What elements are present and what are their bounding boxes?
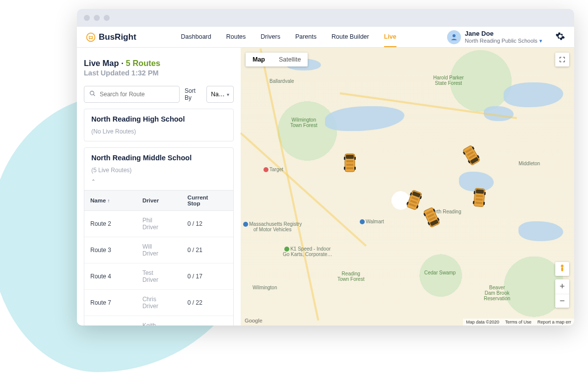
school-meta: (No Live Routes) [91, 128, 136, 135]
svg-rect-49 [473, 201, 475, 204]
nav-item-route-builder[interactable]: Route Builder [331, 27, 369, 47]
bus-logo-icon [86, 32, 96, 42]
bus-marker[interactable] [407, 189, 422, 209]
chevron-down-icon: ▾ [227, 92, 229, 97]
map[interactable]: Map Satellite + − Google Map data ©2020 … [241, 48, 574, 326]
col-current-stop[interactable]: Current Stop [182, 191, 233, 211]
nav-item-live[interactable]: Live [384, 27, 396, 47]
route-current-stop: 0 / 22 [182, 290, 233, 316]
school-meta: (5 Live Routes) [91, 167, 131, 174]
svg-rect-14 [354, 167, 356, 170]
svg-rect-47 [474, 191, 476, 194]
svg-line-3 [93, 94, 95, 96]
map-type-switch: Map Satellite [246, 53, 308, 66]
route-driver: Keith Driver [136, 316, 182, 326]
school-name: North Reading High School [91, 115, 185, 123]
school-toggle[interactable]: North Reading High School(No Live Routes… [84, 109, 233, 141]
map-place-label: Wilmington [253, 285, 277, 290]
map-place-label: Ballardvale [269, 78, 294, 84]
map-place-label: Walmart [360, 219, 384, 224]
nav-item-dashboard[interactable]: Dashboard [181, 27, 211, 47]
routes-table: Name ↑DriverCurrent StopRoute 2Phil Driv… [84, 190, 233, 326]
svg-point-1 [453, 34, 456, 37]
map-place-label: Cedar Swamp [424, 270, 456, 275]
svg-rect-12 [354, 157, 356, 160]
topbar: BusRight DashboardRoutesDriversParentsRo… [77, 27, 574, 48]
svg-rect-48 [484, 192, 486, 195]
route-current-stop: 0 / 17 [182, 263, 233, 290]
table-row[interactable]: Route 3Will Driver0 / 21 [84, 237, 233, 263]
sort-select[interactable]: Na… ▾ [206, 86, 234, 103]
table-row[interactable]: Route 2Phil Driver0 / 12 [84, 211, 233, 237]
zoom-out-button[interactable]: − [555, 294, 569, 308]
col-driver[interactable]: Driver [136, 191, 182, 211]
map-place-label: WilmingtonTown Forest [290, 117, 317, 128]
route-driver: Phil Driver [136, 211, 182, 237]
sort-by-label: Sort By [185, 87, 201, 101]
nav-item-parents[interactable]: Parents [295, 27, 317, 47]
school-toggle[interactable]: North Reading Middle School(5 Live Route… [84, 148, 233, 190]
fullscreen-button[interactable] [555, 53, 569, 66]
route-current-stop: 0 / 14 [182, 316, 233, 326]
window-dot [84, 15, 90, 21]
last-updated: Last Updated 1:32 PM [84, 69, 234, 77]
brand-logo[interactable]: BusRight [86, 32, 136, 42]
window-titlebar [77, 9, 574, 27]
school-name: North Reading Middle School [91, 154, 192, 162]
streetview-pegman[interactable] [555, 262, 569, 276]
brand-name: BusRight [99, 32, 136, 42]
bus-marker[interactable] [464, 144, 479, 164]
svg-rect-7 [346, 155, 354, 159]
table-row[interactable]: Route 9Keith Driver0 / 14 [84, 316, 233, 326]
route-name: Route 3 [84, 237, 136, 263]
route-name: Route 2 [84, 211, 136, 237]
map-type-satellite[interactable]: Satellite [272, 53, 308, 66]
bus-marker[interactable] [472, 187, 487, 206]
chevron-down-icon: ▾ [539, 38, 542, 44]
map-place-label: Harold ParkerState Forest [433, 75, 464, 86]
sort-asc-icon: ↑ [108, 198, 110, 203]
table-row[interactable]: Route 7Chris Driver0 / 22 [84, 290, 233, 316]
route-driver: Test Driver [136, 263, 182, 290]
avatar [447, 30, 461, 44]
map-data-label: Map data ©2020 [466, 320, 499, 325]
sidebar: Live Map · 5 Routes Last Updated 1:32 PM… [77, 48, 241, 326]
settings-button[interactable] [555, 31, 565, 43]
livemap-heading: Live Map · 5 Routes [84, 59, 234, 68]
bus-marker[interactable] [424, 206, 439, 226]
nav-item-routes[interactable]: Routes [226, 27, 246, 47]
zoom-in-button[interactable]: + [555, 279, 569, 293]
svg-point-0 [87, 33, 95, 41]
nav-item-drivers[interactable]: Drivers [261, 27, 280, 47]
window-dot [104, 15, 110, 21]
svg-rect-43 [476, 189, 484, 194]
app-window: BusRight DashboardRoutesDriversParentsRo… [77, 9, 574, 326]
main-nav: DashboardRoutesDriversParentsRoute Build… [181, 27, 396, 47]
user-org[interactable]: North Reading Public Schools ▾ [465, 38, 542, 44]
route-driver: Will Driver [136, 237, 182, 263]
route-name: Route 9 [84, 316, 136, 326]
user-menu[interactable]: Jane Doe North Reading Public Schools ▾ [447, 30, 565, 44]
chevron-up-icon: ⌃ [91, 179, 226, 184]
route-current-stop: 0 / 21 [182, 237, 233, 263]
svg-rect-10 [346, 167, 353, 169]
school-card: North Reading High School(No Live Routes… [84, 109, 234, 141]
google-logo: Google [245, 318, 262, 324]
school-card: North Reading Middle School(5 Live Route… [84, 147, 234, 326]
svg-point-2 [90, 91, 94, 95]
map-place-label: ReadingTown Forest [337, 271, 364, 282]
table-row[interactable]: Route 4Test Driver0 / 17 [84, 263, 233, 290]
map-place-label: K1 Speed - IndoorGo Karts, Corporate… [283, 246, 332, 257]
map-type-map[interactable]: Map [246, 53, 272, 66]
map-place-label: Middleton [519, 161, 540, 166]
col-name[interactable]: Name ↑ [84, 191, 136, 211]
route-current-stop: 0 / 12 [182, 211, 233, 237]
svg-rect-9 [346, 164, 353, 166]
report-error-link[interactable]: Report a map err [537, 320, 571, 325]
route-search-input[interactable] [84, 86, 180, 103]
route-name: Route 7 [84, 290, 136, 316]
bus-marker[interactable] [342, 152, 357, 172]
route-driver: Chris Driver [136, 290, 182, 316]
terms-link[interactable]: Terms of Use [505, 320, 531, 325]
svg-rect-50 [483, 202, 485, 205]
